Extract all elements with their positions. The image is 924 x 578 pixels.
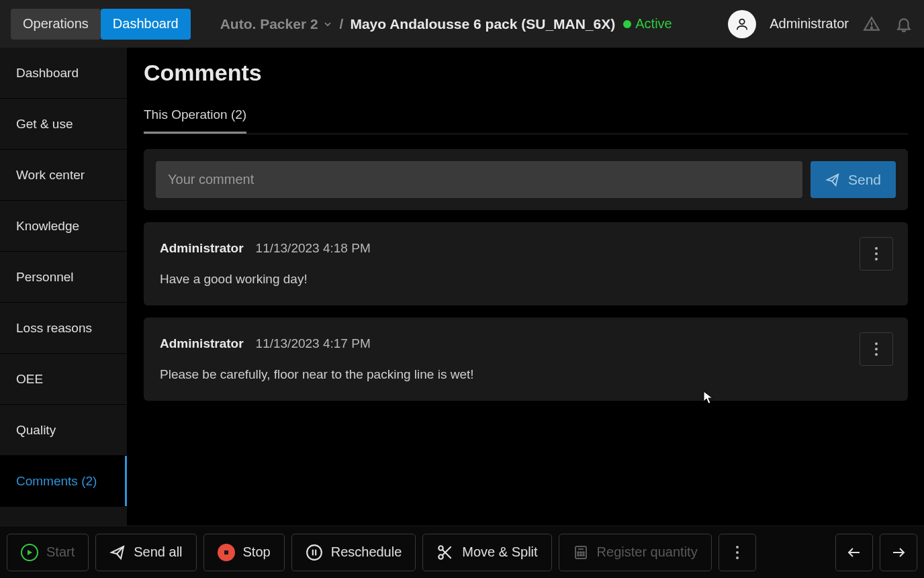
breadcrumb-machine-label: Auto. Packer 2 bbox=[220, 16, 318, 32]
content-tab-row: This Operation (2) bbox=[144, 107, 908, 134]
move-split-button[interactable]: Move & Split bbox=[422, 534, 551, 571]
sidebar: Dashboard Get & use Work center Knowledg… bbox=[0, 48, 128, 526]
register-quantity-button[interactable]: Register quantity bbox=[559, 534, 712, 571]
send-icon bbox=[825, 173, 840, 187]
comment-menu-button[interactable] bbox=[860, 332, 893, 366]
svg-rect-12 bbox=[224, 550, 228, 555]
next-button[interactable] bbox=[880, 534, 917, 571]
svg-point-5 bbox=[875, 252, 878, 255]
arrow-right-icon bbox=[890, 544, 907, 561]
comment-author: Administrator bbox=[160, 241, 244, 256]
status-dot-icon bbox=[623, 20, 631, 28]
sidebar-item-oee[interactable]: OEE bbox=[0, 354, 127, 405]
svg-point-9 bbox=[875, 353, 878, 356]
sidebar-item-knowledge[interactable]: Knowledge bbox=[0, 201, 127, 252]
nav-arrows bbox=[835, 534, 917, 571]
svg-point-13 bbox=[307, 545, 322, 560]
svg-point-24 bbox=[583, 552, 584, 553]
svg-marker-10 bbox=[28, 550, 32, 555]
comment-input[interactable] bbox=[156, 161, 802, 198]
page-title: Comments bbox=[144, 60, 908, 86]
bell-icon bbox=[895, 15, 913, 33]
scissors-icon bbox=[436, 544, 454, 561]
status-text: Active bbox=[635, 16, 672, 32]
reschedule-button[interactable]: Reschedule bbox=[291, 534, 416, 571]
svg-point-2 bbox=[871, 27, 872, 28]
svg-point-8 bbox=[875, 348, 878, 350]
svg-point-17 bbox=[439, 555, 444, 559]
topbar: Operations Dashboard Auto. Packer 2 / Ma… bbox=[0, 0, 924, 48]
sidebar-item-work-center[interactable]: Work center bbox=[0, 150, 127, 201]
svg-point-27 bbox=[583, 555, 584, 556]
comment-time: 11/13/2023 4:18 PM bbox=[256, 241, 371, 256]
chevron-down-icon bbox=[322, 19, 333, 30]
svg-point-25 bbox=[578, 555, 579, 556]
breadcrumb-separator: / bbox=[340, 16, 344, 32]
sidebar-item-quality[interactable]: Quality bbox=[0, 405, 127, 456]
sidebar-item-loss-reasons[interactable]: Loss reasons bbox=[0, 303, 127, 354]
send-all-button[interactable]: Send all bbox=[95, 534, 196, 571]
comment-menu-button[interactable] bbox=[860, 237, 893, 271]
user-name: Administrator bbox=[770, 16, 849, 32]
calculator-icon bbox=[573, 544, 589, 561]
breadcrumb: Auto. Packer 2 / Mayo Andalousse 6 pack … bbox=[220, 16, 672, 32]
comment-body: Have a good working day! bbox=[160, 272, 892, 287]
alert-button[interactable] bbox=[862, 15, 881, 34]
main-content: Comments This Operation (2) Send Adminis… bbox=[128, 48, 924, 526]
send-all-label: Send all bbox=[134, 544, 182, 560]
svg-point-28 bbox=[736, 546, 739, 548]
sidebar-item-dashboard[interactable]: Dashboard bbox=[0, 48, 127, 99]
svg-point-22 bbox=[578, 552, 579, 553]
comment-body: Please be carefully, floor near to the p… bbox=[160, 367, 892, 382]
svg-point-4 bbox=[875, 247, 878, 250]
send-icon bbox=[109, 544, 126, 561]
register-quantity-label: Register quantity bbox=[597, 544, 698, 560]
sidebar-item-personnel[interactable]: Personnel bbox=[0, 252, 127, 303]
stop-icon bbox=[218, 544, 235, 561]
topbar-right: Administrator bbox=[728, 10, 913, 38]
dots-vertical-icon bbox=[874, 246, 878, 261]
svg-point-26 bbox=[580, 555, 582, 556]
avatar[interactable] bbox=[728, 10, 756, 38]
comment-card: Administrator 11/13/2023 4:17 PM Please … bbox=[144, 318, 908, 401]
comment-input-row: Send bbox=[144, 149, 908, 210]
dots-vertical-icon bbox=[735, 545, 739, 560]
svg-point-0 bbox=[740, 19, 745, 23]
svg-point-30 bbox=[736, 557, 739, 559]
comment-author: Administrator bbox=[160, 336, 244, 351]
send-label: Send bbox=[848, 172, 881, 188]
breadcrumb-machine[interactable]: Auto. Packer 2 bbox=[220, 16, 333, 32]
stop-button[interactable]: Stop bbox=[203, 534, 285, 571]
start-label: Start bbox=[46, 544, 75, 560]
tab-this-operation[interactable]: This Operation (2) bbox=[144, 107, 246, 134]
comment-card: Administrator 11/13/2023 4:18 PM Have a … bbox=[144, 222, 908, 305]
tab-operations[interactable]: Operations bbox=[11, 9, 101, 40]
alert-triangle-icon bbox=[863, 15, 880, 33]
more-actions-button[interactable] bbox=[719, 534, 756, 571]
sidebar-item-comments[interactable]: Comments (2) bbox=[0, 456, 127, 507]
bottombar: Start Send all Stop Reschedule Move & Sp… bbox=[0, 526, 924, 578]
stop-label: Stop bbox=[243, 544, 271, 560]
notifications-button[interactable] bbox=[894, 15, 913, 34]
comment-time: 11/13/2023 4:17 PM bbox=[256, 336, 371, 351]
svg-point-6 bbox=[875, 258, 878, 260]
prev-button[interactable] bbox=[835, 534, 873, 571]
dots-vertical-icon bbox=[874, 342, 878, 356]
send-button[interactable]: Send bbox=[811, 161, 896, 198]
reschedule-label: Reschedule bbox=[331, 544, 402, 560]
start-button[interactable]: Start bbox=[7, 534, 89, 571]
svg-point-7 bbox=[875, 342, 878, 345]
svg-point-16 bbox=[439, 546, 444, 550]
tab-dashboard[interactable]: Dashboard bbox=[101, 9, 191, 40]
arrow-left-icon bbox=[846, 544, 862, 561]
user-icon bbox=[735, 17, 749, 32]
svg-point-29 bbox=[736, 551, 739, 554]
sidebar-item-get-use[interactable]: Get & use bbox=[0, 99, 127, 150]
move-split-label: Move & Split bbox=[462, 544, 537, 560]
play-icon bbox=[21, 544, 38, 561]
breadcrumb-product[interactable]: Mayo Andalousse 6 pack (SU_MAN_6X) bbox=[350, 16, 615, 32]
svg-point-23 bbox=[580, 552, 582, 553]
pause-circle-icon bbox=[306, 544, 323, 561]
